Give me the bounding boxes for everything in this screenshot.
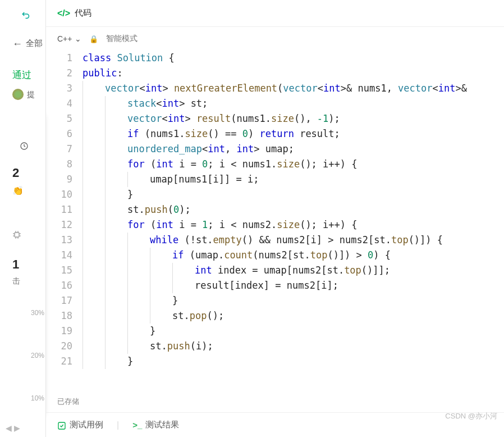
pct-10: 10%: [31, 394, 44, 402]
pct-30: 30%: [31, 309, 44, 317]
pct-20: 20%: [31, 352, 44, 359]
back-arrow-icon[interactable]: ←: [12, 38, 22, 50]
mode-label[interactable]: 智能模式: [106, 34, 138, 44]
clock-icon: [20, 140, 29, 151]
toolbar: C++ ⌄ 🔒 智能模式: [46, 27, 504, 51]
pass-status: 通过: [12, 69, 31, 81]
expand-icon[interactable]: ◀ ▶: [6, 424, 20, 433]
saved-status: 已存储: [46, 391, 504, 412]
main-panel: </> 代码 C++ ⌄ 🔒 智能模式 12345678910111213141…: [46, 0, 504, 437]
stat-memory: 1: [12, 257, 19, 272]
avatar[interactable]: [12, 89, 24, 100]
back-label[interactable]: 全部: [26, 38, 43, 49]
submit-label: 提: [27, 90, 35, 100]
stat-runtime: 2: [12, 166, 19, 180]
chevron-down-icon: ⌄: [75, 34, 81, 43]
svg-rect-2: [58, 422, 65, 429]
code-content[interactable]: class Solution {public:vector<int> nextG…: [83, 51, 504, 369]
watermark: CSDN @亦小河: [445, 411, 497, 421]
lock-icon: 🔒: [89, 35, 98, 43]
tab-testresult[interactable]: >_ 测试结果: [132, 420, 179, 430]
left-sidebar: ← 全部 通过 提 2 👏 1 击 30% 20% 10%: [0, 0, 46, 437]
tab-testcases[interactable]: 测试用例: [57, 420, 103, 430]
separator: |: [117, 420, 119, 430]
bottom-tabs: 测试用例 | >_ 测试结果: [46, 412, 504, 437]
clap-icon: 👏: [12, 185, 24, 196]
header-tab: </> 代码: [46, 0, 504, 27]
code-editor[interactable]: 123456789101112131415161718192021 class …: [46, 51, 504, 391]
check-icon: [57, 420, 66, 430]
code-icon: </>: [57, 8, 70, 19]
language-selector[interactable]: C++ ⌄: [57, 34, 81, 43]
stat-memory-sub: 击: [12, 276, 20, 286]
terminal-icon: >_: [132, 420, 142, 430]
svg-rect-1: [15, 233, 19, 237]
line-gutter: 123456789101112131415161718192021: [46, 51, 83, 369]
undo-icon[interactable]: [21, 10, 31, 21]
chip-icon: [12, 229, 21, 239]
header-title: 代码: [75, 8, 91, 19]
